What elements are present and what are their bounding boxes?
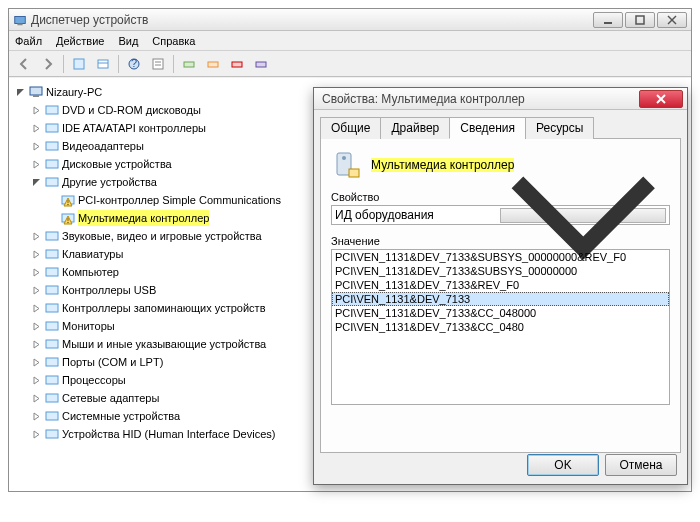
tree-label: Системные устройства bbox=[62, 408, 180, 424]
menubar: Файл Действие Вид Справка bbox=[9, 31, 691, 51]
toolbar-icon[interactable] bbox=[92, 53, 114, 75]
close-button[interactable] bbox=[657, 12, 687, 28]
svg-rect-17 bbox=[256, 62, 266, 67]
expand-icon[interactable] bbox=[31, 231, 42, 242]
device-name: Мультимедиа контроллер bbox=[371, 158, 514, 172]
svg-rect-1 bbox=[17, 23, 22, 25]
svg-rect-11 bbox=[153, 59, 163, 69]
tree-label: Компьютер bbox=[62, 264, 119, 280]
forward-button[interactable] bbox=[37, 53, 59, 75]
toolbar-icon[interactable] bbox=[68, 53, 90, 75]
expand-icon[interactable] bbox=[31, 267, 42, 278]
list-item[interactable]: PCI\VEN_1131&DEV_7133&CC_048000 bbox=[332, 306, 669, 320]
tree-label: Контроллеры USB bbox=[62, 282, 156, 298]
menu-view[interactable]: Вид bbox=[118, 35, 138, 47]
svg-rect-34 bbox=[46, 286, 58, 294]
chevron-down-icon bbox=[500, 208, 667, 223]
tab-3[interactable]: Ресурсы bbox=[525, 117, 594, 139]
svg-point-46 bbox=[342, 156, 346, 160]
expand-icon[interactable] bbox=[31, 429, 42, 440]
tab-1[interactable]: Драйвер bbox=[380, 117, 450, 139]
dialog-close-button[interactable] bbox=[639, 90, 683, 108]
svg-rect-47 bbox=[349, 169, 359, 177]
svg-rect-32 bbox=[46, 250, 58, 258]
device-category-icon bbox=[44, 120, 60, 136]
tree-label: Дисковые устройства bbox=[62, 156, 172, 172]
expand-icon[interactable] bbox=[31, 411, 42, 422]
device-category-icon bbox=[44, 300, 60, 316]
device-category-icon bbox=[44, 156, 60, 172]
tree-label: Мыши и иные указывающие устройства bbox=[62, 336, 266, 352]
expand-icon[interactable] bbox=[31, 159, 42, 170]
svg-rect-15 bbox=[208, 62, 218, 67]
device-category-icon bbox=[44, 138, 60, 154]
menu-file[interactable]: Файл bbox=[15, 35, 42, 47]
toolbar-icon[interactable] bbox=[250, 53, 272, 75]
expand-icon[interactable] bbox=[31, 123, 42, 134]
properties-button[interactable] bbox=[147, 53, 169, 75]
warning-icon bbox=[60, 210, 76, 226]
expand-icon[interactable] bbox=[31, 303, 42, 314]
svg-rect-40 bbox=[46, 394, 58, 402]
ok-button[interactable]: OK bbox=[527, 454, 599, 476]
svg-rect-38 bbox=[46, 358, 58, 366]
expand-icon[interactable] bbox=[31, 321, 42, 332]
svg-rect-7 bbox=[98, 60, 108, 68]
dialog-titlebar: Свойства: Мультимедиа контроллер bbox=[314, 88, 687, 110]
uninstall-button[interactable] bbox=[226, 53, 248, 75]
help-button[interactable]: ? bbox=[123, 53, 145, 75]
svg-rect-19 bbox=[33, 95, 39, 97]
device-category-icon bbox=[44, 174, 60, 190]
property-combo[interactable]: ИД оборудования bbox=[331, 205, 670, 225]
tree-label: Другие устройства bbox=[62, 174, 157, 190]
tree-label: Мультимедиа контроллер bbox=[78, 210, 209, 226]
svg-point-27 bbox=[67, 204, 69, 206]
cancel-button[interactable]: Отмена bbox=[605, 454, 677, 476]
titlebar: Диспетчер устройств bbox=[9, 9, 691, 31]
svg-rect-24 bbox=[46, 178, 58, 186]
expand-icon[interactable] bbox=[31, 105, 42, 116]
tab-2[interactable]: Сведения bbox=[449, 117, 526, 139]
back-button[interactable] bbox=[13, 53, 35, 75]
tree-label: Nizaury-PC bbox=[46, 84, 102, 100]
list-item[interactable]: PCI\VEN_1131&DEV_7133&SUBSYS_00000000&RE… bbox=[332, 250, 669, 264]
tab-0[interactable]: Общие bbox=[320, 117, 381, 139]
device-category-icon bbox=[44, 354, 60, 370]
expand-icon[interactable] bbox=[31, 357, 42, 368]
device-category-icon bbox=[44, 246, 60, 262]
toolbar: ? bbox=[9, 51, 691, 77]
tree-label: Порты (COM и LPT) bbox=[62, 354, 163, 370]
tree-label: Контроллеры запоминающих устройств bbox=[62, 300, 265, 316]
device-category-icon bbox=[44, 264, 60, 280]
scan-hardware-button[interactable] bbox=[178, 53, 200, 75]
properties-dialog: Свойства: Мультимедиа контроллер ОбщиеДр… bbox=[313, 87, 688, 485]
svg-rect-16 bbox=[232, 62, 242, 67]
app-icon bbox=[13, 13, 27, 27]
device-category-icon bbox=[44, 390, 60, 406]
expand-icon[interactable] bbox=[31, 285, 42, 296]
svg-rect-39 bbox=[46, 376, 58, 384]
tree-label: Мониторы bbox=[62, 318, 115, 334]
svg-rect-23 bbox=[46, 160, 58, 168]
device-icon bbox=[331, 149, 363, 181]
svg-rect-22 bbox=[46, 142, 58, 150]
tree-label: Процессоры bbox=[62, 372, 126, 388]
expand-icon[interactable] bbox=[31, 339, 42, 350]
expand-icon[interactable] bbox=[31, 249, 42, 260]
list-item[interactable]: PCI\VEN_1131&DEV_7133&CC_0480 bbox=[332, 320, 669, 334]
maximize-button[interactable] bbox=[625, 12, 655, 28]
menu-help[interactable]: Справка bbox=[152, 35, 195, 47]
svg-rect-41 bbox=[46, 412, 58, 420]
menu-action[interactable]: Действие bbox=[56, 35, 104, 47]
svg-rect-31 bbox=[46, 232, 58, 240]
tree-label: PCI-контроллер Simple Communications bbox=[78, 192, 281, 208]
expand-icon[interactable] bbox=[31, 375, 42, 386]
collapse-icon[interactable] bbox=[31, 177, 42, 188]
minimize-button[interactable] bbox=[593, 12, 623, 28]
device-category-icon bbox=[44, 318, 60, 334]
expand-icon[interactable] bbox=[31, 141, 42, 152]
expand-icon[interactable] bbox=[31, 393, 42, 404]
warning-icon bbox=[60, 192, 76, 208]
device-category-icon bbox=[44, 426, 60, 442]
update-driver-button[interactable] bbox=[202, 53, 224, 75]
